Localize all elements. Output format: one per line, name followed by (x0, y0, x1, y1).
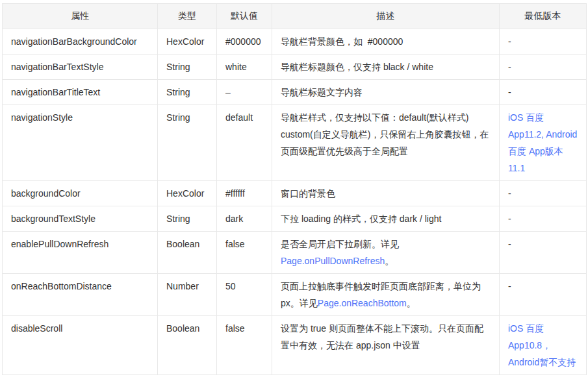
cell-min-version: iOS 百度 App10.8，Android暂不支持 (500, 316, 587, 375)
cell-text: 导航栏标题颜色，仅支持 black / white (281, 62, 433, 72)
col-header-min-version: 最低版本 (500, 4, 587, 29)
cell-text: 是否全局开启下拉刷新。详见 (281, 239, 399, 249)
cell-default: false (217, 316, 272, 375)
cell-text: - (508, 188, 511, 199)
cell-type: Boolean (158, 232, 217, 274)
cell-default: false (217, 232, 272, 274)
cell-description: 设置为 true 则页面整体不能上下滚动。只在页面配置中有效，无法在 app.j… (272, 316, 500, 375)
cell-min-version: - (500, 206, 587, 232)
cell-description: 导航栏样式，仅支持以下值：default(默认样式) custom(自定义导航栏… (272, 105, 500, 181)
cell-text: - (508, 62, 511, 72)
cell-text: - (508, 239, 511, 249)
cell-property: navigationBarTextStyle (3, 55, 158, 80)
cell-default: dark (217, 206, 272, 232)
cell-type: Number (158, 274, 217, 316)
table-row: disableScrollBooleanfalse设置为 true 则页面整体不… (3, 316, 587, 375)
table-row: navigationStyleStringdefault导航栏样式，仅支持以下值… (3, 105, 587, 181)
cell-type: String (158, 80, 217, 105)
table-row: enablePullDownRefreshBooleanfalse是否全局开启下… (3, 232, 587, 274)
cell-min-version: - (500, 232, 587, 274)
cell-min-version: iOS 百度 App11.2, Android 百度 App版本11.1 (500, 105, 587, 181)
table-row: navigationBarTitleTextString–导航栏标题文字内容- (3, 80, 587, 105)
cell-min-version: - (500, 29, 587, 55)
docs-page: 属性 类型 默认值 描述 最低版本 navigationBarBackgroun… (0, 0, 588, 392)
table-body: navigationBarBackgroundColorHexColor#000… (3, 29, 587, 375)
cell-description: 窗口的背景色 (272, 181, 500, 206)
window-config-properties-table: 属性 类型 默认值 描述 最低版本 navigationBarBackgroun… (2, 3, 587, 375)
cell-description: 导航栏背景颜色，如 #000000 (272, 29, 500, 55)
cell-description: 是否全局开启下拉刷新。详见 Page.onPullDownRefresh。 (272, 232, 500, 274)
doc-link[interactable]: Page.onPullDownRefresh (281, 256, 385, 266)
cell-type: String (158, 206, 217, 232)
table-row: navigationBarTextStyleStringwhite导航栏标题颜色… (3, 55, 587, 80)
cell-text: 导航栏样式，仅支持以下值：default(默认样式) custom(自定义导航栏… (281, 112, 489, 156)
cell-property: navigationStyle (3, 105, 158, 181)
cell-property: backgroundTextStyle (3, 206, 158, 232)
col-header-type: 类型 (158, 4, 217, 29)
doc-link[interactable]: Page.onReachBottom (318, 298, 407, 308)
cell-description: 页面上拉触底事件触发时距页面底部距离，单位为 px。详见Page.onReach… (272, 274, 500, 316)
min-version-text: iOS 百度 App10.8，Android暂不支持 (508, 323, 576, 367)
cell-min-version: - (500, 55, 587, 80)
cell-text: - (508, 214, 511, 224)
table-row: backgroundColorHexColor#ffffff窗口的背景色- (3, 181, 587, 206)
cell-min-version: - (500, 181, 587, 206)
table-row: navigationBarBackgroundColorHexColor#000… (3, 29, 587, 55)
cell-property: navigationBarTitleText (3, 80, 158, 105)
cell-default: #ffffff (217, 181, 272, 206)
cell-type: HexColor (158, 181, 217, 206)
cell-description: 下拉 loading 的样式，仅支持 dark / light (272, 206, 500, 232)
col-header-description: 描述 (272, 4, 500, 29)
cell-property: navigationBarBackgroundColor (3, 29, 158, 55)
table-header-row: 属性 类型 默认值 描述 最低版本 (3, 4, 587, 29)
cell-property: enablePullDownRefresh (3, 232, 158, 274)
cell-property: backgroundColor (3, 181, 158, 206)
cell-default: default (217, 105, 272, 181)
cell-type: Boolean (158, 316, 217, 375)
col-header-default: 默认值 (217, 4, 272, 29)
cell-description: 导航栏标题颜色，仅支持 black / white (272, 55, 500, 80)
table-row: backgroundTextStyleStringdark下拉 loading … (3, 206, 587, 232)
cell-text: 窗口的背景色 (281, 188, 335, 199)
cell-min-version: - (500, 274, 587, 316)
cell-default: white (217, 55, 272, 80)
cell-property: onReachBottomDistance (3, 274, 158, 316)
cell-text: 。 (385, 256, 394, 266)
cell-text: - (508, 36, 511, 47)
cell-type: String (158, 55, 217, 80)
cell-default: #000000 (217, 29, 272, 55)
cell-description: 导航栏标题文字内容 (272, 80, 500, 105)
cell-type: String (158, 105, 217, 181)
cell-text: - (508, 281, 511, 291)
col-header-property: 属性 (3, 4, 158, 29)
cell-default: 50 (217, 274, 272, 316)
cell-min-version: - (500, 80, 587, 105)
cell-text: 导航栏标题文字内容 (281, 87, 363, 97)
cell-default: – (217, 80, 272, 105)
cell-type: HexColor (158, 29, 217, 55)
table-row: onReachBottomDistanceNumber50页面上拉触底事件触发时… (3, 274, 587, 316)
cell-text: - (508, 87, 511, 97)
cell-text: 。 (407, 298, 416, 308)
cell-property: disableScroll (3, 316, 158, 375)
cell-text: 设置为 true 则页面整体不能上下滚动。只在页面配置中有效，无法在 app.j… (281, 323, 483, 350)
cell-text: 下拉 loading 的样式，仅支持 dark / light (281, 214, 441, 224)
cell-text: 导航栏背景颜色，如 #000000 (281, 36, 403, 47)
min-version-text: iOS 百度 App11.2, Android 百度 App版本11.1 (508, 112, 577, 173)
